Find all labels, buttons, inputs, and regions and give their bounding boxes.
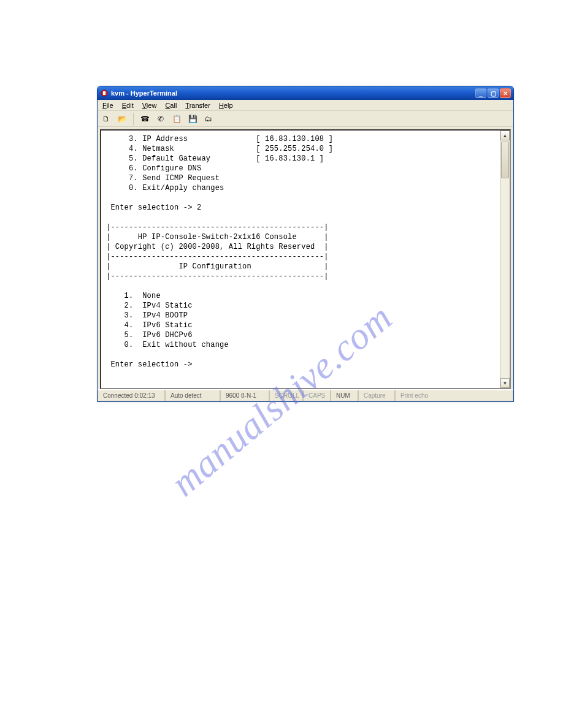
- scroll-up-icon[interactable]: ▲: [500, 131, 510, 140]
- menu-call[interactable]: Call: [161, 101, 180, 110]
- scroll-thumb[interactable]: [501, 142, 509, 178]
- toolbar: 🗋 📂 ☎ ✆ 📋 💾 🗂: [98, 111, 513, 127]
- terminal-frame: 3. IP Address [ 16.83.130.108 ] 4. Netma…: [100, 129, 511, 389]
- status-num: NUM: [331, 390, 358, 401]
- scroll-down-icon[interactable]: ▼: [500, 378, 510, 388]
- client-area: 3. IP Address [ 16.83.130.108 ] 4. Netma…: [98, 127, 513, 389]
- status-connected: Connected 0:02:13: [98, 390, 165, 401]
- scroll-track[interactable]: [500, 140, 510, 378]
- vertical-scrollbar[interactable]: ▲ ▼: [500, 131, 510, 388]
- status-autodetect: Auto detect: [165, 390, 220, 401]
- status-capture: Capture: [358, 390, 395, 401]
- send-icon[interactable]: 📋: [170, 113, 183, 125]
- menu-help[interactable]: Help: [215, 101, 237, 110]
- disconnect-icon[interactable]: ✆: [155, 113, 167, 125]
- status-caps: CAPS: [303, 390, 331, 401]
- titlebar[interactable]: kvm - HyperTerminal _ ▢ ✕: [98, 86, 513, 100]
- menu-view[interactable]: View: [139, 101, 161, 110]
- status-scroll: SCROLL: [269, 390, 303, 401]
- hyperterminal-window: kvm - HyperTerminal _ ▢ ✕ File Edit View…: [97, 86, 514, 402]
- window-title: kvm - HyperTerminal: [111, 89, 475, 97]
- menubar: File Edit View Call Transfer Help: [98, 100, 513, 111]
- minimize-button[interactable]: _: [475, 88, 486, 98]
- close-button[interactable]: ✕: [500, 88, 511, 98]
- open-file-icon[interactable]: 📂: [116, 113, 128, 125]
- menu-file[interactable]: File: [99, 101, 117, 110]
- menu-transfer[interactable]: Transfer: [182, 101, 214, 110]
- new-file-icon[interactable]: 🗋: [100, 113, 112, 125]
- svg-rect-1: [103, 91, 105, 95]
- status-printecho: Print echo: [395, 390, 513, 401]
- terminal-output[interactable]: 3. IP Address [ 16.83.130.108 ] 4. Netma…: [101, 131, 500, 388]
- app-icon: [100, 89, 109, 97]
- statusbar: Connected 0:02:13 Auto detect 9600 8-N-1…: [98, 389, 513, 401]
- menu-edit[interactable]: Edit: [118, 101, 137, 110]
- receive-icon[interactable]: 💾: [186, 113, 199, 125]
- properties-icon[interactable]: 🗂: [202, 113, 215, 125]
- maximize-button[interactable]: ▢: [488, 88, 499, 98]
- toolbar-separator: [133, 113, 134, 125]
- status-settings: 9600 8-N-1: [220, 390, 269, 401]
- connect-icon[interactable]: ☎: [139, 113, 151, 125]
